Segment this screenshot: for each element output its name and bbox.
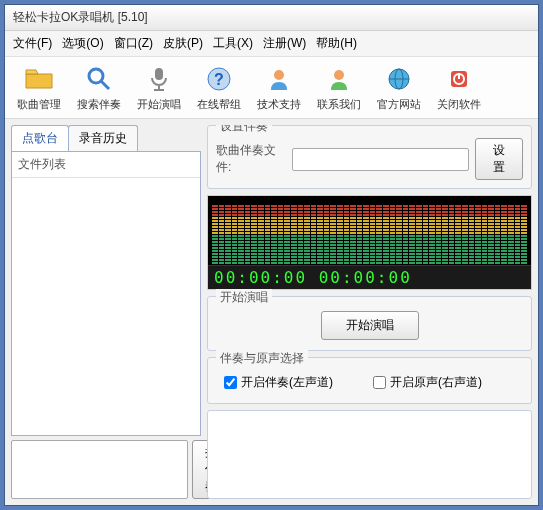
tab-record-history[interactable]: 录音历史 — [68, 125, 138, 151]
tool-tech-support[interactable]: 技术支持 — [251, 61, 307, 114]
checkbox-left-channel[interactable] — [224, 376, 237, 389]
tool-label: 歌曲管理 — [17, 97, 61, 112]
toolbar: 歌曲管理 搜索伴奏 开始演唱 ? 在线帮组 技术支持 联系我们 官方网站 关闭软 — [5, 57, 538, 119]
tool-song-manage[interactable]: 歌曲管理 — [11, 61, 67, 114]
tool-label: 联系我们 — [317, 97, 361, 112]
tool-online-help[interactable]: ? 在线帮组 — [191, 61, 247, 114]
question-icon: ? — [203, 63, 235, 95]
check-label: 开启原声(右声道) — [390, 374, 482, 391]
search-row: 搜伴奏 — [11, 436, 201, 499]
svg-line-1 — [101, 81, 109, 89]
check-accomp-left[interactable]: 开启伴奏(左声道) — [224, 374, 333, 391]
support-icon — [263, 63, 295, 95]
tool-label: 技术支持 — [257, 97, 301, 112]
svg-rect-2 — [155, 68, 163, 80]
power-icon — [443, 63, 475, 95]
menu-skin[interactable]: 皮肤(P) — [159, 33, 207, 54]
window-title: 轻松卡拉OK录唱机 [5.10] — [13, 10, 148, 24]
group-channel-select: 伴奏与原声选择 开启伴奏(左声道) 开启原声(右声道) — [207, 357, 532, 404]
group-set-accomp: 设置伴奏 歌曲伴奏文件: 设置 — [207, 125, 532, 189]
timer-display: 00:00:00 00:00:00 — [208, 265, 531, 289]
accomp-file-label: 歌曲伴奏文件: — [216, 142, 286, 176]
group-title: 伴奏与原声选择 — [216, 350, 308, 367]
main-area: 点歌台 录音历史 文件列表 搜伴奏 设置伴奏 歌曲伴奏文件: 设置 — [5, 119, 538, 505]
tool-label: 关闭软件 — [437, 97, 481, 112]
tool-contact-us[interactable]: 联系我们 — [311, 61, 367, 114]
checkbox-right-channel[interactable] — [373, 376, 386, 389]
svg-text:?: ? — [214, 71, 224, 88]
group-title: 开始演唱 — [216, 289, 272, 306]
contact-icon — [323, 63, 355, 95]
tool-label: 官方网站 — [377, 97, 421, 112]
group-start-sing: 开始演唱 开始演唱 — [207, 296, 532, 351]
app-window: 轻松卡拉OK录唱机 [5.10] 文件(F) 选项(O) 窗口(Z) 皮肤(P)… — [4, 4, 539, 506]
tool-label: 开始演唱 — [137, 97, 181, 112]
group-title: 设置伴奏 — [216, 125, 272, 135]
menu-bar: 文件(F) 选项(O) 窗口(Z) 皮肤(P) 工具(X) 注册(W) 帮助(H… — [5, 31, 538, 57]
menu-window[interactable]: 窗口(Z) — [110, 33, 157, 54]
microphone-icon — [143, 63, 175, 95]
tab-song-select[interactable]: 点歌台 — [11, 125, 69, 151]
left-panel: 点歌台 录音历史 文件列表 搜伴奏 — [11, 125, 201, 499]
file-list-label: 文件列表 — [12, 152, 200, 177]
menu-tools[interactable]: 工具(X) — [209, 33, 257, 54]
check-label: 开启伴奏(左声道) — [241, 374, 333, 391]
magnifier-icon — [83, 63, 115, 95]
start-sing-button[interactable]: 开始演唱 — [321, 311, 419, 340]
tabs: 点歌台 录音历史 — [11, 125, 201, 151]
output-area — [207, 410, 532, 499]
tool-label: 搜索伴奏 — [77, 97, 121, 112]
file-list[interactable] — [12, 177, 200, 435]
menu-register[interactable]: 注册(W) — [259, 33, 310, 54]
menu-file[interactable]: 文件(F) — [9, 33, 56, 54]
menu-help[interactable]: 帮助(H) — [312, 33, 361, 54]
globe-icon — [383, 63, 415, 95]
svg-point-0 — [89, 69, 103, 83]
title-bar: 轻松卡拉OK录唱机 [5.10] — [5, 5, 538, 31]
tool-close-app[interactable]: 关闭软件 — [431, 61, 487, 114]
spectrum-bars — [208, 196, 531, 265]
svg-point-5 — [274, 70, 284, 80]
menu-options[interactable]: 选项(O) — [58, 33, 107, 54]
tool-start-sing[interactable]: 开始演唱 — [131, 61, 187, 114]
accomp-file-input[interactable] — [292, 148, 469, 171]
check-original-right[interactable]: 开启原声(右声道) — [373, 374, 482, 391]
file-list-panel: 文件列表 — [11, 151, 201, 436]
right-panel: 设置伴奏 歌曲伴奏文件: 设置 00:00:00 00:00:00 开始演唱 开… — [207, 125, 532, 499]
svg-point-6 — [334, 70, 344, 80]
search-input[interactable] — [11, 440, 188, 499]
tool-website[interactable]: 官方网站 — [371, 61, 427, 114]
tool-search-accomp[interactable]: 搜索伴奏 — [71, 61, 127, 114]
audio-visualizer: 00:00:00 00:00:00 — [207, 195, 532, 290]
set-accomp-button[interactable]: 设置 — [475, 138, 523, 180]
tool-label: 在线帮组 — [197, 97, 241, 112]
folder-icon — [23, 63, 55, 95]
